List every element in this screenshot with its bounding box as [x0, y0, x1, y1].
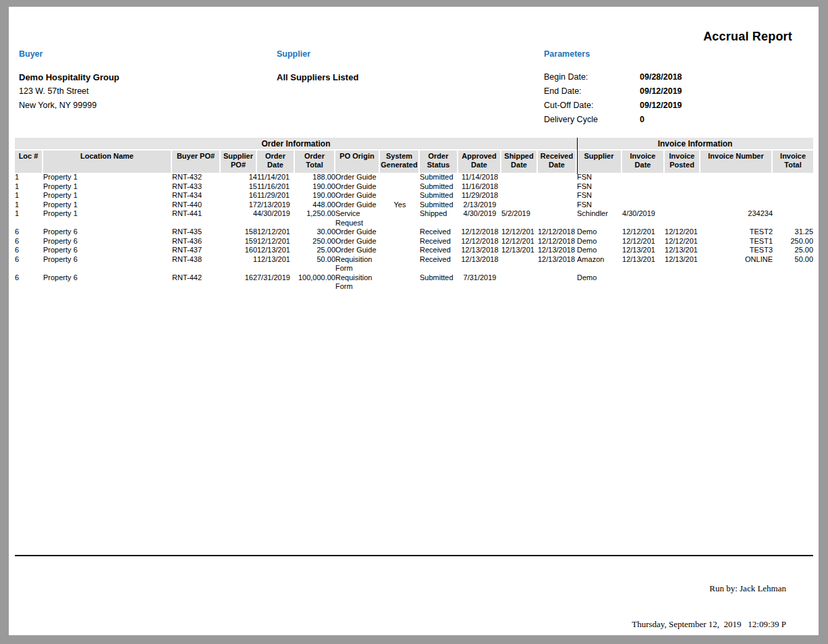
cell-approved_date: 12/13/2018: [458, 246, 501, 255]
footer-datetime: Thursday, September 12, 2019 12:09:39 P: [632, 618, 786, 630]
cell-supplier_po: 16: [221, 191, 257, 200]
cell-loc: 1: [15, 209, 43, 227]
cell-buyer_po: RNT-442: [172, 273, 221, 292]
cell-supplier: Amazon: [577, 255, 622, 273]
cell-received_date: [538, 200, 577, 210]
cell-invoice_number: [700, 191, 773, 200]
cell-approved_date: 12/13/2018: [458, 255, 501, 273]
cell-system_generated: [380, 273, 420, 292]
cell-invoice_posted: 12/13/201: [665, 255, 700, 273]
cell-supplier_po: 1: [221, 255, 257, 273]
cell-invoice_number: [700, 200, 773, 210]
cell-invoice_number: TEST1: [700, 237, 773, 246]
cell-loc: 1: [15, 200, 43, 210]
cell-invoice_date: [622, 191, 665, 200]
cell-location_name: Property 6: [43, 273, 172, 292]
buyer-address-line2: New York, NY 99999: [19, 99, 119, 113]
cell-received_date: 12/12/2018: [538, 237, 577, 246]
buyer-section: Buyer Demo Hospitality Group 123 W. 57th…: [19, 47, 119, 113]
cell-approved_date: 7/31/2019: [458, 273, 501, 292]
cell-po_origin: Order Guide: [335, 182, 380, 192]
cell-order_total: 448.00: [295, 200, 335, 210]
cell-order_status: Submitted: [420, 173, 458, 182]
cell-order_status: Submitted: [420, 182, 458, 192]
footer-run-by: Run by: Jack Lehman: [632, 583, 786, 595]
cell-order_date: 2/13/2019: [257, 200, 295, 210]
cell-approved_date: 12/12/2018: [458, 237, 501, 246]
parameter-label: Delivery Cycle: [544, 113, 640, 127]
cell-location_name: Property 6: [43, 246, 172, 255]
report-page: Accrual Report Buyer Demo Hospitality Gr…: [9, 7, 819, 635]
order-invoice-divider: [577, 138, 578, 174]
cell-order_status: Shipped: [420, 209, 458, 227]
cell-system_generated: [380, 209, 420, 227]
cell-invoice_posted: 12/12/201: [665, 237, 700, 246]
cell-location_name: Property 6: [43, 237, 172, 246]
column-header-loc: Loc #: [15, 151, 43, 173]
cell-supplier_po: 160: [221, 246, 257, 255]
cell-shipped_date: [501, 200, 538, 210]
cell-buyer_po: RNT-440: [172, 200, 221, 210]
cell-invoice_number: 234234: [700, 209, 773, 227]
cell-supplier_po: 17: [221, 200, 257, 210]
cell-received_date: [538, 173, 577, 182]
cell-po_origin: Order Guide: [335, 237, 380, 246]
cell-invoice_number: ONLINE: [700, 255, 773, 273]
cell-po_origin: Requisition Form: [335, 255, 380, 273]
cell-location_name: Property 1: [43, 182, 172, 192]
table-row: 6Property 6RNT-43615912/12/201250.00Orde…: [15, 237, 813, 246]
parameter-value: 09/12/2019: [640, 99, 682, 113]
column-header-buyer_po: Buyer PO#: [172, 151, 221, 173]
parameter-value: 09/28/2018: [640, 70, 682, 84]
column-header-location_name: Location Name: [43, 151, 172, 173]
column-header-approved_date: Approved Date: [458, 151, 501, 173]
cell-invoice_total: [773, 182, 813, 192]
cell-order_date: 12/12/201: [257, 227, 295, 237]
cell-shipped_date: 12/12/201: [501, 237, 538, 246]
cell-invoice_date: [622, 173, 665, 182]
cell-po_origin: Order Guide: [335, 200, 380, 210]
table-row: 6Property 6RNT-4421627/31/2019100,000.00…: [15, 273, 813, 292]
cell-order_date: 11/29/201: [257, 191, 295, 200]
column-header-received_date: Received Date: [538, 151, 577, 173]
cell-shipped_date: [501, 255, 538, 273]
cell-received_date: [538, 182, 577, 192]
table-row: 1Property 1RNT-4331511/16/201190.00Order…: [15, 182, 813, 192]
cell-invoice_number: [700, 273, 773, 292]
parameter-row: Cut-Off Date:09/12/2019: [544, 99, 682, 113]
cell-loc: 1: [15, 182, 43, 192]
cell-invoice_date: [622, 273, 665, 292]
table-row: 6Property 6RNT-43515812/12/20130.00Order…: [15, 227, 813, 237]
cell-loc: 1: [15, 191, 43, 200]
parameter-row: Begin Date:09/28/2018: [544, 70, 682, 84]
cell-shipped_date: [501, 182, 538, 192]
parameter-value: 09/12/2019: [640, 84, 682, 99]
cell-order_total: 250.00: [295, 237, 335, 246]
cell-invoice_number: TEST3: [700, 246, 773, 255]
cell-invoice_total: [773, 173, 813, 182]
cell-order_date: 4/30/2019: [257, 209, 295, 227]
cell-system_generated: [380, 255, 420, 273]
column-header-supplier: Supplier: [577, 151, 622, 173]
cell-invoice_total: 25.00: [773, 246, 813, 255]
cell-order_date: 11/14/201: [257, 173, 295, 182]
cell-order_total: 100,000.00: [295, 273, 335, 292]
column-header-invoice_date: Invoice Date: [622, 151, 665, 173]
cell-invoice_date: 12/12/201: [622, 227, 665, 237]
column-header-order_total: Order Total: [295, 151, 335, 173]
cell-order_date: 7/31/2019: [257, 273, 295, 292]
cell-order_status: Submitted: [420, 200, 458, 210]
cell-invoice_posted: [665, 173, 700, 182]
cell-supplier_po: 158: [221, 227, 257, 237]
cell-supplier_po: 14: [221, 173, 257, 182]
cell-supplier: FSN: [577, 182, 622, 192]
cell-po_origin: Order Guide: [335, 246, 380, 255]
cell-system_generated: [380, 173, 420, 182]
parameters-section: Parameters Begin Date:09/28/2018End Date…: [544, 47, 682, 127]
cell-invoice_total: [773, 191, 813, 200]
cell-approved_date: 11/29/2018: [458, 191, 501, 200]
parameter-row: Delivery Cycle0: [544, 113, 682, 127]
column-header-order_date: Order Date: [257, 151, 295, 173]
report-viewer-frame: Accrual Report Buyer Demo Hospitality Gr…: [0, 0, 828, 644]
cell-location_name: Property 1: [43, 209, 172, 227]
